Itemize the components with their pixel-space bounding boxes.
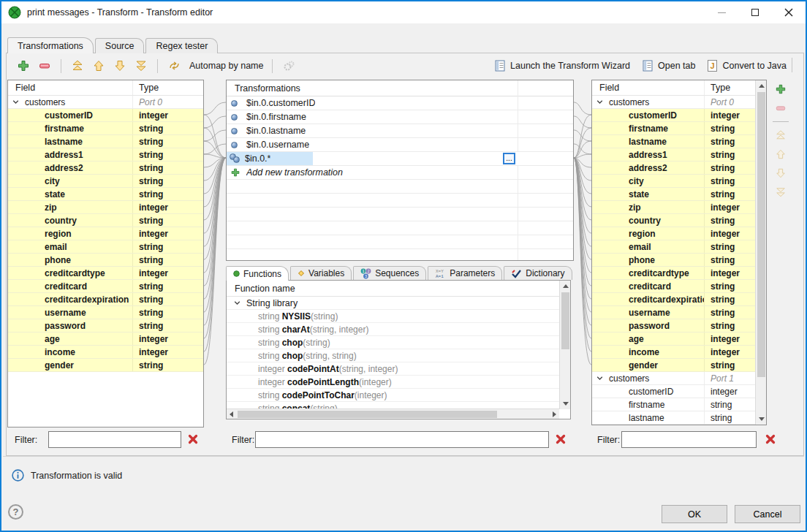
add-transformation-button[interactable] <box>16 58 31 73</box>
move-down-button[interactable] <box>113 58 127 73</box>
scroll-down-button[interactable] <box>756 414 767 425</box>
field-row[interactable]: phonestring <box>8 254 203 267</box>
field-row[interactable]: zipinteger <box>592 201 756 214</box>
functions-horizontal-scrollbar[interactable] <box>227 408 559 419</box>
launch-wizard-button[interactable]: Launch the Transform Wizard <box>495 60 630 72</box>
maximize-button[interactable] <box>738 1 772 23</box>
field-row[interactable]: genderstring <box>592 359 756 372</box>
functions-vertical-scrollbar[interactable] <box>559 281 570 409</box>
field-row[interactable]: customerIDinteger <box>592 385 756 398</box>
field-row[interactable]: creditcardstring <box>592 280 756 293</box>
field-row[interactable]: usernamestring <box>592 306 756 319</box>
remove-transformation-button[interactable] <box>37 58 52 73</box>
transformation-row[interactable]: $in.0.lastname <box>227 124 573 138</box>
field-row[interactable]: creditcardtypeinteger <box>592 267 756 280</box>
automap-button[interactable] <box>167 58 181 73</box>
field-row[interactable]: phonestring <box>592 254 756 267</box>
field-row[interactable]: lastnamestring <box>592 411 756 425</box>
tab-functions[interactable]: Functions <box>226 266 289 281</box>
field-row[interactable]: passwordstring <box>592 319 756 332</box>
move-bottom-button[interactable] <box>134 58 148 73</box>
field-row[interactable]: firstnamestring <box>592 398 756 411</box>
function-row[interactable]: string codePointToChar(integer) <box>227 389 559 402</box>
field-row[interactable]: firstnamestring <box>8 122 203 135</box>
move-field-bottom-button[interactable] <box>771 183 790 202</box>
scroll-up-button[interactable] <box>560 281 571 292</box>
field-row[interactable]: emailstring <box>592 240 756 254</box>
function-name-header[interactable]: Function name <box>227 281 570 297</box>
field-group-row[interactable]: customersPort 0 <box>8 96 203 109</box>
field-row[interactable]: lastnamestring <box>592 135 756 148</box>
scroll-right-button[interactable] <box>550 409 559 419</box>
function-row[interactable]: integer codePointLength(integer) <box>227 376 559 389</box>
function-row[interactable]: string chop(string) <box>227 336 559 349</box>
move-field-up-button[interactable] <box>771 145 790 164</box>
field-row[interactable]: customerIDinteger <box>8 109 203 122</box>
remove-field-button[interactable] <box>771 99 790 118</box>
field-row[interactable]: creditcardstring <box>8 280 203 293</box>
clear-filter-button[interactable] <box>186 433 200 446</box>
close-button[interactable] <box>772 1 806 23</box>
tab-dictionary[interactable]: Dictionary <box>504 266 572 280</box>
field-row[interactable]: address1string <box>592 148 756 162</box>
field-row[interactable]: usernamestring <box>8 306 203 319</box>
type-column-header[interactable]: Type <box>704 80 756 95</box>
type-column-header[interactable]: Type <box>132 80 203 95</box>
move-up-button[interactable] <box>91 58 106 73</box>
output-filter-field[interactable] <box>621 431 757 448</box>
scroll-down-button[interactable] <box>560 398 571 409</box>
tab-parameters[interactable]: X=Y A=1 Parameters <box>428 266 502 280</box>
function-row[interactable]: string chop(string, string) <box>227 349 559 362</box>
field-row[interactable]: statestring <box>8 188 203 201</box>
tab-source[interactable]: Source <box>95 38 145 53</box>
field-row[interactable]: countrystring <box>592 214 756 227</box>
field-row[interactable]: address2string <box>8 162 203 175</box>
field-row[interactable]: passwordstring <box>8 319 203 332</box>
scrollbar-thumb[interactable] <box>561 292 569 349</box>
settings-button[interactable] <box>281 58 296 73</box>
clear-filter-button[interactable] <box>554 433 567 446</box>
field-column-header[interactable]: Field <box>592 80 704 95</box>
field-row[interactable]: citystring <box>592 175 756 188</box>
transformation-row-selected[interactable]: $in.0.*... <box>227 152 573 166</box>
tab-variables[interactable]: Variables <box>290 266 352 280</box>
move-top-button[interactable] <box>70 58 85 73</box>
ok-button[interactable]: OK <box>662 505 727 523</box>
title-bar[interactable]: print messages - Transform - Transform e… <box>1 1 806 23</box>
move-field-top-button[interactable] <box>771 126 790 145</box>
transformation-row[interactable]: $in.0.username <box>227 138 573 152</box>
field-row[interactable]: genderstring <box>8 359 203 372</box>
scroll-left-button[interactable] <box>227 409 236 419</box>
field-column-header[interactable]: Field <box>8 80 132 95</box>
transformation-row[interactable]: $in.0.customerID <box>227 96 573 110</box>
field-row[interactable]: incomeinteger <box>8 346 203 359</box>
function-row[interactable]: integer codePointAt(string, integer) <box>227 362 559 376</box>
help-button[interactable]: ? <box>8 504 23 520</box>
function-row[interactable]: string charAt(string, integer) <box>227 323 559 336</box>
field-row[interactable]: citystring <box>8 175 203 188</box>
add-new-transformation-row[interactable]: Add new transformation <box>227 166 573 180</box>
field-row[interactable]: regioninteger <box>592 227 756 240</box>
field-group-row[interactable]: customersPort 1 <box>592 372 756 385</box>
field-group-row[interactable]: customersPort 0 <box>592 96 756 109</box>
field-row[interactable]: regioninteger <box>8 227 203 240</box>
tab-transformations[interactable]: Transformations <box>7 37 94 53</box>
scrollbar-thumb[interactable] <box>238 411 497 418</box>
input-filter-field[interactable] <box>48 431 181 448</box>
field-row[interactable]: countrystring <box>8 214 203 227</box>
field-row[interactable]: statestring <box>592 188 756 201</box>
function-row[interactable]: string NYSIIS(string) <box>227 310 559 323</box>
output-table-scrollbar[interactable] <box>755 80 766 425</box>
field-row[interactable]: creditcardtypeinteger <box>8 267 203 280</box>
tab-regex-tester[interactable]: Regex tester <box>145 38 218 53</box>
scroll-up-button[interactable] <box>756 80 767 91</box>
cancel-button[interactable]: Cancel <box>735 505 800 523</box>
minimize-button[interactable] <box>705 1 738 23</box>
move-field-down-button[interactable] <box>771 164 790 183</box>
clear-filter-button[interactable] <box>764 433 777 446</box>
transformation-row[interactable]: $in.0.firstname <box>227 110 573 124</box>
open-tab-button[interactable]: Open tab <box>643 60 695 72</box>
field-row[interactable]: lastnamestring <box>8 135 203 148</box>
convert-to-java-button[interactable]: J Convert to Java <box>708 60 787 72</box>
edit-mapping-button[interactable]: ... <box>503 153 515 164</box>
